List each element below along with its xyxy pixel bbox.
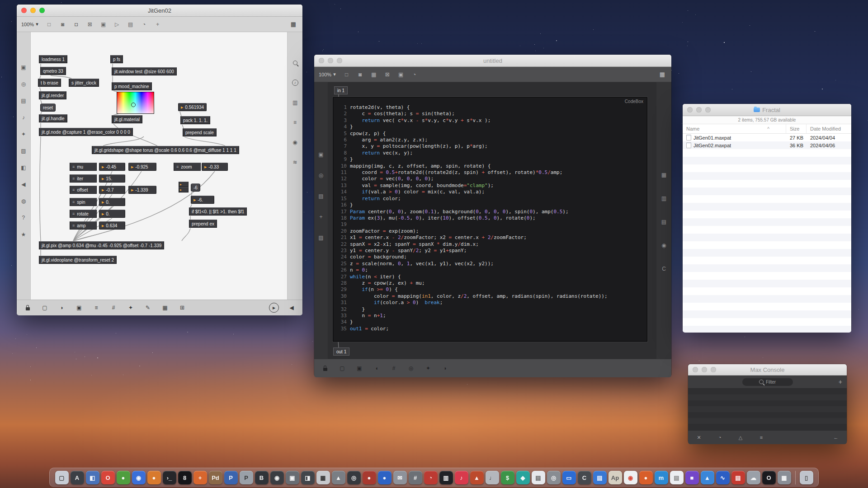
dock-icon-capture-one[interactable]: C xyxy=(578,471,591,484)
patcher-box-render[interactable]: jit.gl.render xyxy=(39,91,66,99)
patcher-grid-icon[interactable]: ▦ xyxy=(289,20,298,29)
select-tool-icon[interactable]: ▢ xyxy=(338,364,347,373)
column-header-name[interactable]: Name^ xyxy=(683,124,786,133)
dock-icon-app-apr[interactable]: Ap xyxy=(609,471,622,484)
inlet-box[interactable]: in 1 xyxy=(334,86,348,94)
close-button[interactable] xyxy=(319,58,324,63)
target-icon[interactable]: ◎ xyxy=(316,171,326,180)
keyboard-icon[interactable]: ▦ xyxy=(160,303,170,312)
dock-icon-app-notes[interactable]: ▤ xyxy=(670,471,684,484)
minimize-button[interactable] xyxy=(696,107,702,113)
dock-icon-calculator[interactable]: # xyxy=(409,471,422,484)
patcher-box-handle[interactable]: jit.gl.handle xyxy=(39,114,67,122)
patcher-box-pix[interactable]: jit.gl.pix @amp 0.634 @mu -0.45 -0.925 @… xyxy=(39,241,164,249)
console-log-area[interactable] xyxy=(688,389,847,430)
warning-icon[interactable]: △ xyxy=(736,433,745,442)
dock-icon-app-p-blue[interactable]: P xyxy=(224,471,238,484)
add-button[interactable]: + xyxy=(839,378,842,385)
codebox[interactable]: CodeBox 1rotate2d(v, theta) {2 c = cos(t… xyxy=(333,97,647,342)
patcher-box-sjc[interactable]: s jitter_clock xyxy=(69,79,99,87)
dock-icon-puredata[interactable]: Pd xyxy=(209,471,222,484)
dock-icon-app-p-gray[interactable]: P xyxy=(240,471,253,484)
audio-icon[interactable]: ♪ xyxy=(19,113,28,122)
volume-icon[interactable]: ◀ xyxy=(287,303,296,312)
close-button[interactable] xyxy=(687,107,693,113)
patcher-box-spinv[interactable]: ▶0. xyxy=(99,198,125,206)
dock-icon-app-car[interactable]: ● xyxy=(363,471,376,484)
layers-icon[interactable]: ▤ xyxy=(126,20,135,29)
dock-icon-app-flame[interactable]: ▲ xyxy=(470,471,484,484)
zoom-button[interactable] xyxy=(711,367,716,372)
jitgen02-titlebar[interactable]: JitGen02 xyxy=(17,5,302,17)
dock-icon-opera[interactable]: O xyxy=(101,471,115,484)
dock-icon-app-cube[interactable]: ▣ xyxy=(286,471,299,484)
panel-icon[interactable]: ▤ xyxy=(316,192,326,201)
new-object-icon[interactable]: □ xyxy=(45,20,54,29)
delete-icon[interactable]: ⊠ xyxy=(383,70,392,79)
patcher-box-rotv[interactable]: ▶0. xyxy=(99,210,125,218)
image-icon[interactable]: ▨ xyxy=(19,146,28,155)
dock-icon-app-dollar[interactable]: $ xyxy=(501,471,514,484)
dock-icon-app-pyramid[interactable]: ▲ xyxy=(332,471,345,484)
attach-icon[interactable]: ◧ xyxy=(19,163,28,172)
layers-icon[interactable]: ▣ xyxy=(355,364,364,373)
dock-icon-safari[interactable]: ◉ xyxy=(132,471,146,484)
comment-tool-icon[interactable]: ◗ xyxy=(57,303,66,312)
patcher-box-tiny1[interactable]: ▶ xyxy=(179,182,189,187)
patcher-box-node[interactable]: jit.gl.node @capture 1 @erase_color 0 0 … xyxy=(39,128,133,136)
patcher-box-ampv[interactable]: ▶0.634 xyxy=(99,221,125,230)
list-icon[interactable]: ≡ xyxy=(291,118,300,127)
speaker-icon[interactable]: ◀ xyxy=(19,180,28,189)
dock-icon-app-eye[interactable]: ◉ xyxy=(270,471,284,484)
minimize-button[interactable] xyxy=(328,58,333,63)
panel-icon[interactable]: ▤ xyxy=(19,96,28,105)
dock-icon-music[interactable]: ♪ xyxy=(455,471,468,484)
filters-icon[interactable]: ≋ xyxy=(291,158,300,167)
dock-icon-app-a[interactable]: A xyxy=(71,471,84,484)
dock-icon-app-cloud[interactable]: ☁ xyxy=(747,471,760,484)
dock-icon-app-stripes[interactable]: ▤ xyxy=(731,471,745,484)
wand-icon[interactable]: ✦ xyxy=(424,364,433,373)
dock-icon-app-green[interactable]: ● xyxy=(117,471,130,484)
dock-icon-app-m[interactable]: m xyxy=(655,471,668,484)
patcher-canvas[interactable]: in 1 CodeBox 1rotate2d(v, theta) {2 c = … xyxy=(328,82,656,359)
dock-icon-app-dev[interactable]: ◧ xyxy=(86,471,99,484)
patcher-box-muv2[interactable]: ▶-0.925 xyxy=(128,163,156,171)
patcher-box-ifbox[interactable]: if $f1<0. || $f1 >1. then $f1 xyxy=(189,207,247,216)
patcher-box-muv1[interactable]: ▶-0.45 xyxy=(99,163,125,171)
layers-icon[interactable]: ▣ xyxy=(75,303,84,312)
snapshot-icon[interactable]: ◉ xyxy=(660,241,669,250)
list-icon[interactable]: ≡ xyxy=(757,433,766,442)
patcher-box-qmetro[interactable]: qmetro 33 xyxy=(40,67,66,75)
clock-icon[interactable]: ◔ xyxy=(715,433,724,442)
zoom-select[interactable]: 100%▾ xyxy=(319,71,336,77)
patcher-box-tberase[interactable]: t b erase xyxy=(38,79,61,87)
patchcord-icon[interactable]: ✦ xyxy=(19,130,28,139)
lock-icon[interactable] xyxy=(321,364,330,373)
message-icon[interactable]: ◙ xyxy=(58,20,67,29)
dock-icon-app-photo[interactable]: ◎ xyxy=(547,471,561,484)
c-circle-icon[interactable]: C xyxy=(660,264,669,273)
dock-icon-launchpad[interactable]: ▦ xyxy=(778,471,791,484)
dock-icon-app-mic[interactable]: ♩ xyxy=(486,471,499,484)
box-icon[interactable]: ▣ xyxy=(99,20,108,29)
dock-icon-piano[interactable]: ▥ xyxy=(439,471,453,484)
grid-icon[interactable]: # xyxy=(109,303,118,312)
patcher-box-pack[interactable]: pack 1. 1. 1. xyxy=(180,116,210,124)
patcher-canvas[interactable]: loadmess 1qmetro 33t b erases jitter_clo… xyxy=(30,32,288,300)
cord-icon[interactable]: ◗ xyxy=(441,364,450,373)
play-icon[interactable]: ▷ xyxy=(113,20,122,29)
comment-icon[interactable]: ◘ xyxy=(72,20,81,29)
clock-icon[interactable]: ◔ xyxy=(140,20,149,29)
dock-icon-app-card[interactable]: ▤ xyxy=(532,471,545,484)
patcher-box-msg6[interactable]: -6 xyxy=(191,183,200,192)
patcher-box-rot[interactable]: ≡rotate xyxy=(70,210,97,218)
lamp-icon[interactable]: ◔ xyxy=(410,70,419,79)
console-titlebar[interactable]: Max Console xyxy=(688,364,847,375)
list-icon[interactable]: ▤ xyxy=(660,217,669,226)
patcher-box-pscale[interactable]: prepend scale xyxy=(183,128,217,136)
play-button[interactable]: ▶ xyxy=(269,303,279,313)
code-editor[interactable]: 1rotate2d(v, theta) {2 c = cos(theta); s… xyxy=(335,104,646,332)
message-icon[interactable]: ◙ xyxy=(356,70,365,79)
dock-icon-app-keys[interactable]: ▦ xyxy=(316,471,330,484)
